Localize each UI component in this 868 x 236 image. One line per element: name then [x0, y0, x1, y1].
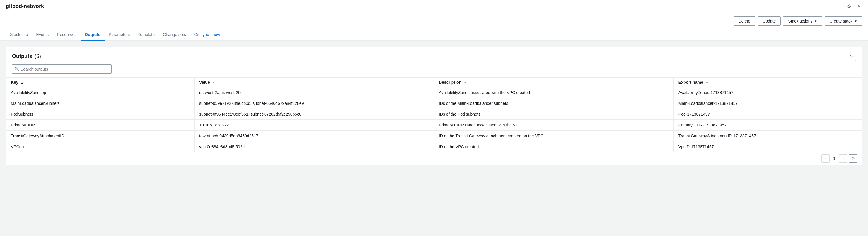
action-bar: Delete Update Stack actions ▼ Create sta… — [0, 13, 868, 29]
col-desc-label: Description — [439, 80, 461, 85]
pagination-current-page: 1 — [831, 156, 837, 161]
tab-change-sets[interactable]: Change sets — [159, 29, 190, 41]
col-export-label: Export name — [679, 80, 703, 85]
cell-export-name: PrimaryCIDR-1713871457 — [674, 120, 862, 131]
tab-outputs[interactable]: Outputs — [81, 29, 104, 41]
cell-description: AvailabilityZones associated with the VP… — [434, 87, 674, 98]
search-input[interactable] — [12, 64, 112, 74]
panel-title-text: Outputs — [12, 53, 32, 59]
tab-events-label: Events — [36, 32, 49, 37]
panel-title-count: (6) — [35, 53, 41, 59]
cell-value: subnet-0f9644ee2f8eef551, subnet-07282d5… — [194, 109, 434, 120]
create-stack-button[interactable]: Create stack ▼ — [825, 16, 862, 26]
cell-key: VPCop — [6, 141, 194, 152]
col-value-sort-icon: ▼ — [212, 81, 215, 84]
cell-export-name: VpcID-1713871457 — [674, 141, 862, 152]
cell-key: TransitGatewayAttachmentID — [6, 131, 194, 141]
outputs-panel: Outputs (6) ↻ 🔍 Key — [6, 46, 862, 165]
cell-export-name: AvailabilityZones-1713871457 — [674, 87, 862, 98]
search-icon: 🔍 — [14, 67, 19, 71]
tab-git-sync-label: Git sync - new — [194, 32, 220, 37]
tab-change-sets-label: Change sets — [163, 32, 186, 37]
tab-resources[interactable]: Resources — [53, 29, 81, 41]
table-header-row: Key ▲ Value ▼ Description ▼ Export nam — [6, 77, 862, 87]
search-bar: 🔍 — [6, 64, 862, 77]
tab-resources-label: Resources — [57, 32, 76, 37]
cell-export-name: TransitGatewayAttachmentID-1713871457 — [674, 131, 862, 141]
cell-export-name: Pod-1713871457 — [674, 109, 862, 120]
col-key-sort-icon: ▲ — [21, 81, 24, 84]
outputs-table: Key ▲ Value ▼ Description ▼ Export nam — [6, 77, 862, 152]
cell-value: 10.106.188.0/22 — [194, 120, 434, 131]
pagination-prev-button[interactable]: ‹ — [822, 154, 830, 163]
pagination-settings-button[interactable]: ⚙ — [849, 154, 857, 163]
settings-icon: ⚙ — [847, 3, 851, 9]
tab-template[interactable]: Template — [134, 29, 159, 41]
create-stack-chevron-icon: ▼ — [854, 20, 857, 23]
update-button[interactable]: Update — [757, 16, 781, 26]
settings-icon-btn[interactable]: ⚙ — [846, 2, 852, 10]
table-body: AvailabilityZonesopus-west-2a,us-west-2b… — [6, 87, 862, 152]
refresh-button[interactable]: ↻ — [847, 52, 856, 61]
tab-outputs-label: Outputs — [85, 32, 100, 37]
cell-value: vpc-0e884e3d8bd5f502d — [194, 141, 434, 152]
cell-description: IDs of the Main-Loadbalancer subnets — [434, 98, 674, 109]
table-row: TransitGatewayAttachmentIDtgw-attach-043… — [6, 131, 862, 141]
col-key-label: Key — [11, 80, 19, 85]
stack-actions-button[interactable]: Stack actions ▼ — [783, 16, 822, 26]
stack-actions-chevron-icon: ▼ — [814, 20, 817, 23]
outputs-table-container: Key ▲ Value ▼ Description ▼ Export nam — [6, 77, 862, 152]
col-header-description[interactable]: Description ▼ — [434, 77, 674, 87]
cell-description: IDs of the Pod subnets — [434, 109, 674, 120]
close-icon: ✕ — [857, 3, 861, 9]
tab-stack-info[interactable]: Stack info — [6, 29, 32, 41]
col-header-value[interactable]: Value ▼ — [194, 77, 434, 87]
delete-button[interactable]: Delete — [734, 16, 755, 26]
tab-parameters-label: Parameters — [109, 32, 130, 37]
col-value-label: Value — [199, 80, 210, 85]
tab-parameters[interactable]: Parameters — [104, 29, 134, 41]
cell-key: PodSubnets — [6, 109, 194, 120]
close-icon-btn[interactable]: ✕ — [856, 2, 862, 10]
col-export-sort-icon: ▼ — [706, 81, 709, 84]
cell-key: MainLoadbalancerSubnets — [6, 98, 194, 109]
pagination-bar: ‹ 1 › ⚙ — [6, 152, 862, 165]
main-content: Outputs (6) ↻ 🔍 Key — [0, 41, 868, 236]
pagination-next-button[interactable]: › — [839, 154, 847, 163]
tab-git-sync[interactable]: Git sync - new — [190, 29, 224, 41]
search-input-wrapper: 🔍 — [12, 64, 112, 74]
panel-header: Outputs (6) ↻ — [6, 47, 862, 64]
table-row: PodSubnetssubnet-0f9644ee2f8eef551, subn… — [6, 109, 862, 120]
header-icons: ⚙ ✕ — [846, 2, 862, 10]
col-desc-sort-icon: ▼ — [464, 81, 467, 84]
cell-value: tgw-attach-0439d5db8460d2517 — [194, 131, 434, 141]
app-title: gitpod-network — [6, 3, 44, 9]
cell-value: subnet-059e719273fa6cb0d, subnet-0546d67… — [194, 98, 434, 109]
table-row: AvailabilityZonesopus-west-2a,us-west-2b… — [6, 87, 862, 98]
table-row: VPCopvpc-0e884e3d8bd5f502dID of the VPC … — [6, 141, 862, 152]
cell-description: Primary CIDR range associated with the V… — [434, 120, 674, 131]
table-row: MainLoadbalancerSubnetssubnet-059e719273… — [6, 98, 862, 109]
tabs-bar: Stack info Events Resources Outputs Para… — [0, 29, 868, 41]
cell-value: us-west-2a,us-west-2b — [194, 87, 434, 98]
create-stack-label: Create stack — [830, 19, 853, 24]
tab-stack-info-label: Stack info — [10, 32, 28, 37]
col-header-key[interactable]: Key ▲ — [6, 77, 194, 87]
panel-header-right: ↻ — [847, 52, 856, 61]
refresh-icon: ↻ — [849, 54, 853, 59]
stack-actions-label: Stack actions — [788, 19, 812, 24]
cell-export-name: Main-Loadbalancer-1713871457 — [674, 98, 862, 109]
app-header: gitpod-network ⚙ ✕ — [0, 0, 868, 13]
cell-key: PrimaryCIDR — [6, 120, 194, 131]
cell-description: ID of the Transit Gateway attachment cre… — [434, 131, 674, 141]
table-row: PrimaryCIDR10.106.188.0/22Primary CIDR r… — [6, 120, 862, 131]
col-header-export-name[interactable]: Export name ▼ — [674, 77, 862, 87]
panel-title: Outputs (6) — [12, 53, 41, 60]
tab-events[interactable]: Events — [32, 29, 53, 41]
tab-template-label: Template — [138, 32, 155, 37]
cell-description: ID of the VPC created — [434, 141, 674, 152]
cell-key: AvailabilityZonesop — [6, 87, 194, 98]
